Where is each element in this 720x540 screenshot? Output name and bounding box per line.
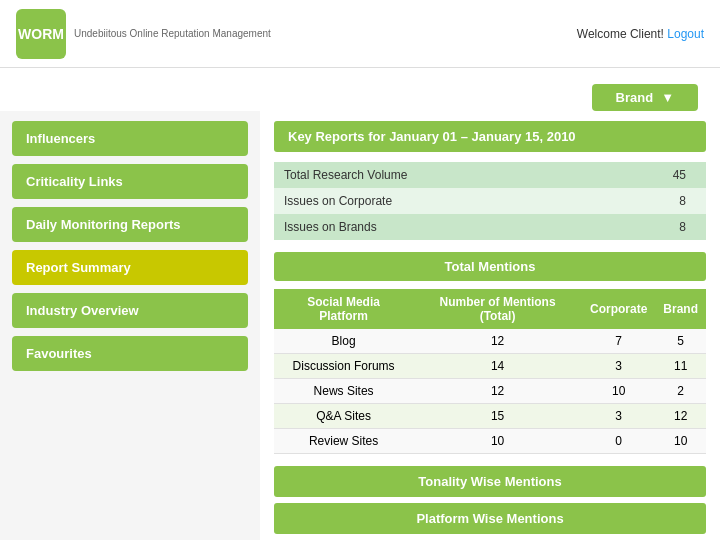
- mentions-col-header: Corporate: [582, 289, 655, 329]
- info-label: Issues on Brands: [274, 214, 606, 240]
- corporate-cell: 10: [582, 379, 655, 404]
- btn-platform-wise-mentions[interactable]: Platform Wise Mentions: [274, 503, 706, 534]
- total-cell: 15: [413, 404, 582, 429]
- mentions-table-body: Blog 12 7 5 Discussion Forums 14 3 11 Ne…: [274, 329, 706, 454]
- mentions-table-row: News Sites 12 10 2: [274, 379, 706, 404]
- sidebar-item-criticality-links[interactable]: Criticality Links: [12, 164, 248, 199]
- corporate-cell: 3: [582, 354, 655, 379]
- brand-cell: 2: [655, 379, 706, 404]
- mentions-table-row: Q&A Sites 15 3 12: [274, 404, 706, 429]
- brand-label: Brand: [616, 90, 654, 105]
- platform-cell: Discussion Forums: [274, 354, 413, 379]
- total-cell: 12: [413, 329, 582, 354]
- info-label: Issues on Corporate: [274, 188, 606, 214]
- info-value: 8: [606, 214, 706, 240]
- bottom-buttons: Tonality Wise MentionsPlatform Wise Ment…: [274, 466, 706, 540]
- welcome-text: Welcome Client! Logout: [577, 27, 704, 41]
- total-cell: 14: [413, 354, 582, 379]
- mentions-col-header: Social Media Platform: [274, 289, 413, 329]
- sidebar: InfluencersCriticality LinksDaily Monito…: [0, 111, 260, 540]
- sidebar-item-daily-monitoring-reports[interactable]: Daily Monitoring Reports: [12, 207, 248, 242]
- info-table-row: Issues on Brands8: [274, 214, 706, 240]
- content-area: Key Reports for January 01 – January 15,…: [260, 111, 720, 540]
- platform-cell: Blog: [274, 329, 413, 354]
- brand-cell: 10: [655, 429, 706, 454]
- corporate-cell: 7: [582, 329, 655, 354]
- app-header: WORM Undebiitous Online Reputation Manag…: [0, 0, 720, 68]
- total-cell: 12: [413, 379, 582, 404]
- mentions-col-header: Brand: [655, 289, 706, 329]
- sidebar-item-industry-overview[interactable]: Industry Overview: [12, 293, 248, 328]
- mentions-col-header: Number of Mentions (Total): [413, 289, 582, 329]
- info-table: Total Research Volume45Issues on Corpora…: [274, 162, 706, 240]
- chevron-down-icon: ▼: [661, 90, 674, 105]
- brand-dropdown[interactable]: Brand ▼: [592, 84, 698, 111]
- btn-tonality-wise-mentions[interactable]: Tonality Wise Mentions: [274, 466, 706, 497]
- brand-cell: 11: [655, 354, 706, 379]
- info-table-row: Issues on Corporate8: [274, 188, 706, 214]
- brand-cell: 12: [655, 404, 706, 429]
- total-cell: 10: [413, 429, 582, 454]
- mentions-table: Social Media PlatformNumber of Mentions …: [274, 289, 706, 454]
- total-mentions-title: Total Mentions: [274, 252, 706, 281]
- mentions-table-row: Blog 12 7 5: [274, 329, 706, 354]
- brand-bar: Brand ▼: [0, 68, 720, 111]
- info-value: 8: [606, 188, 706, 214]
- logo-icon: WORM: [16, 9, 66, 59]
- sidebar-item-report-summary[interactable]: Report Summary: [12, 250, 248, 285]
- corporate-cell: 3: [582, 404, 655, 429]
- info-value: 45: [606, 162, 706, 188]
- mentions-table-header-row: Social Media PlatformNumber of Mentions …: [274, 289, 706, 329]
- platform-cell: Review Sites: [274, 429, 413, 454]
- key-reports-header: Key Reports for January 01 – January 15,…: [274, 121, 706, 152]
- brand-cell: 5: [655, 329, 706, 354]
- logo-subtitle: Undebiitous Online Reputation Management: [74, 27, 271, 40]
- sidebar-item-favourites[interactable]: Favourites: [12, 336, 248, 371]
- logout-link[interactable]: Logout: [667, 27, 704, 41]
- info-label: Total Research Volume: [274, 162, 606, 188]
- mentions-table-row: Review Sites 10 0 10: [274, 429, 706, 454]
- mentions-table-row: Discussion Forums 14 3 11: [274, 354, 706, 379]
- platform-cell: News Sites: [274, 379, 413, 404]
- main-layout: InfluencersCriticality LinksDaily Monito…: [0, 111, 720, 540]
- sidebar-item-influencers[interactable]: Influencers: [12, 121, 248, 156]
- logo-area: WORM Undebiitous Online Reputation Manag…: [16, 9, 271, 59]
- corporate-cell: 0: [582, 429, 655, 454]
- platform-cell: Q&A Sites: [274, 404, 413, 429]
- info-table-row: Total Research Volume45: [274, 162, 706, 188]
